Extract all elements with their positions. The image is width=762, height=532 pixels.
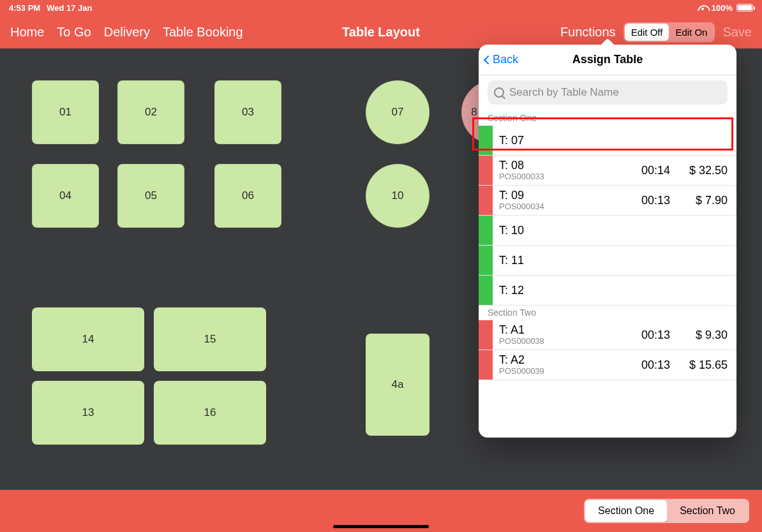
table-01[interactable]: 01: [32, 80, 99, 144]
table-list: Section One T: 07 T: 08 POS000033 00:14 …: [479, 111, 736, 438]
table-05[interactable]: 05: [117, 164, 184, 228]
table-13[interactable]: 13: [32, 381, 144, 445]
nav-functions[interactable]: Functions: [560, 25, 616, 40]
status-chip-red: [479, 350, 493, 380]
search-placeholder: Search by Table Name: [509, 86, 619, 99]
table-14[interactable]: 14: [32, 307, 144, 371]
status-date: Wed 17 Jan: [47, 3, 92, 13]
row-sub: POS000034: [499, 202, 619, 212]
edit-on-button[interactable]: Edit On: [669, 24, 713, 41]
table-4a[interactable]: 4a: [366, 334, 430, 436]
edit-off-button[interactable]: Edit Off: [625, 24, 669, 41]
section-header-one: Section One: [479, 111, 736, 126]
section-one-button[interactable]: Section One: [585, 500, 667, 522]
row-name: T: 12: [499, 284, 728, 297]
chevron-left-icon: [484, 55, 493, 64]
popover-arrow: [600, 38, 615, 46]
section-header-two: Section Two: [479, 306, 736, 320]
assign-table-popover: Back Assign Table Search by Table Name S…: [479, 45, 736, 438]
table-03[interactable]: 03: [214, 80, 281, 144]
status-chip-green: [479, 126, 493, 155]
list-row-t08[interactable]: T: 08 POS000033 00:14 $ 32.50: [479, 156, 736, 186]
status-chip-green: [479, 276, 493, 305]
list-row-t12[interactable]: T: 12: [479, 276, 736, 306]
nav-table-booking[interactable]: Table Booking: [163, 25, 243, 40]
save-button[interactable]: Save: [722, 25, 752, 40]
status-bar: 4:53 PM Wed 17 Jan 100%: [0, 0, 762, 15]
list-row-ta1[interactable]: T: A1 POS000038 00:13 $ 9.30: [479, 320, 736, 350]
table-04[interactable]: 04: [32, 164, 99, 228]
row-name: T: 09: [499, 189, 619, 202]
section-segmented: Section One Section Two: [584, 499, 749, 523]
list-row-t11[interactable]: T: 11: [479, 246, 736, 276]
table-02[interactable]: 02: [117, 80, 184, 144]
popover-title: Assign Table: [572, 53, 643, 66]
status-chip-green: [479, 246, 493, 275]
row-timer: 00:13: [619, 329, 670, 342]
row-name: T: 10: [499, 224, 728, 237]
search-icon: [494, 87, 504, 98]
table-10[interactable]: 10: [366, 164, 430, 228]
row-timer: 00:13: [619, 358, 670, 372]
table-07[interactable]: 07: [366, 80, 430, 144]
wifi-icon: [698, 4, 708, 11]
row-name: T: A2: [499, 353, 619, 367]
search-input[interactable]: Search by Table Name: [488, 80, 728, 105]
row-name: T: 11: [499, 254, 728, 267]
list-row-t07[interactable]: T: 07: [479, 126, 736, 156]
list-row-t10[interactable]: T: 10: [479, 216, 736, 246]
back-label: Back: [493, 53, 518, 66]
row-sub: POS000033: [499, 172, 619, 182]
row-name: T: 07: [499, 134, 728, 147]
row-name: T: A1: [499, 323, 619, 337]
section-two-button[interactable]: Section Two: [667, 500, 748, 522]
status-chip-red: [479, 186, 493, 215]
table-06[interactable]: 06: [214, 164, 281, 228]
nav-bar: Home To Go Delivery Table Booking Table …: [0, 15, 762, 48]
status-chip-red: [479, 320, 493, 350]
row-name: T: 08: [499, 159, 619, 172]
edit-mode-segmented: Edit Off Edit On: [624, 22, 715, 42]
list-row-t09[interactable]: T: 09 POS000034 00:13 $ 7.90: [479, 186, 736, 216]
battery-icon: [736, 4, 753, 11]
row-amount: $ 15.65: [670, 358, 728, 372]
row-timer: 00:14: [619, 164, 670, 177]
row-amount: $ 7.90: [670, 194, 728, 207]
popover-header: Back Assign Table: [479, 45, 736, 75]
table-16[interactable]: 16: [154, 381, 266, 445]
table-15[interactable]: 15: [154, 307, 266, 371]
battery-pct: 100%: [712, 3, 733, 13]
nav-home[interactable]: Home: [10, 25, 44, 40]
status-time: 4:53 PM: [9, 3, 40, 13]
status-chip-red: [479, 156, 493, 185]
row-amount: $ 32.50: [670, 164, 728, 177]
row-amount: $ 9.30: [670, 329, 728, 342]
home-indicator: [333, 525, 429, 528]
status-chip-green: [479, 216, 493, 245]
page-title: Table Layout: [342, 25, 420, 40]
nav-delivery[interactable]: Delivery: [104, 25, 150, 40]
nav-togo[interactable]: To Go: [57, 25, 91, 40]
back-button[interactable]: Back: [485, 53, 518, 66]
row-timer: 00:13: [619, 194, 670, 207]
list-row-ta2[interactable]: T: A2 POS000039 00:13 $ 15.65: [479, 350, 736, 380]
row-sub: POS000039: [499, 367, 619, 376]
row-sub: POS000038: [499, 337, 619, 346]
